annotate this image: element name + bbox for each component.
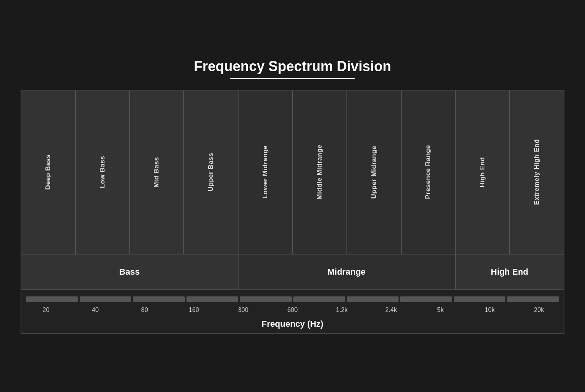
freq-label-20k: 20k (514, 307, 564, 314)
label-low-bass: Low Bass (99, 156, 106, 188)
freq-labels-row: 20 40 80 160 300 600 1.2k 2.4k 5k 10k 20… (21, 305, 564, 314)
ruler-bar-2 (80, 296, 132, 302)
ruler-bar-8 (400, 296, 452, 302)
freq-label-10k: 10k (465, 307, 514, 314)
page-title: Frequency Spectrum Division (194, 58, 391, 75)
ruler-bars-row (21, 296, 564, 302)
label-high-end: High End (479, 157, 486, 188)
freq-cell-high-end: High End (456, 91, 510, 254)
freq-label-40: 40 (71, 307, 120, 314)
freq-cell-upper-bass: Upper Bass (184, 91, 239, 254)
group-label-midrange: Midrange (239, 254, 456, 289)
freq-cell-presence-range: Presence Range (402, 91, 456, 254)
ruler-outer: 20 40 80 160 300 600 1.2k 2.4k 5k 10k 20… (21, 290, 564, 333)
chart-wrapper: Deep Bass Low Bass Mid Bass Upper Bass L… (21, 90, 564, 334)
freq-cell-low-bass: Low Bass (76, 91, 130, 254)
label-presence-range: Presence Range (424, 145, 432, 199)
label-extremely-high-end: Extremely High End (533, 139, 541, 205)
title-underline (230, 78, 355, 79)
label-upper-bass: Upper Bass (207, 153, 215, 191)
freq-label-160: 160 (169, 307, 219, 314)
ruler-bar-6 (293, 296, 345, 302)
freq-cell-upper-midrange: Upper Midrange (347, 91, 402, 254)
freq-label-600: 600 (268, 307, 317, 314)
freq-cell-extremely-high-end: Extremely High End (510, 91, 564, 254)
freq-label-1k2: 1.2k (317, 307, 366, 314)
label-lower-midrange: Lower Midrange (261, 145, 269, 199)
freq-label-300: 300 (219, 307, 268, 314)
label-deep-bass: Deep Bass (44, 154, 52, 190)
ruler-bar-4 (186, 296, 239, 302)
group-label-high-end: High End (456, 254, 564, 289)
main-container: Frequency Spectrum Division Deep Bass Lo… (21, 58, 564, 334)
freq-label-2k4: 2.4k (366, 307, 416, 314)
axis-label: Frequency (Hz) (21, 319, 564, 329)
freq-label-20: 20 (21, 307, 71, 314)
label-upper-midrange: Upper Midrange (370, 146, 378, 199)
top-section: Deep Bass Low Bass Mid Bass Upper Bass L… (21, 91, 564, 254)
freq-cell-middle-midrange: Middle Midrange (293, 91, 347, 254)
freq-label-5k: 5k (416, 307, 465, 314)
freq-cell-lower-midrange: Lower Midrange (239, 91, 293, 254)
ruler-bar-10 (507, 296, 559, 302)
freq-cell-deep-bass: Deep Bass (21, 91, 76, 254)
ruler-bar-9 (454, 296, 506, 302)
label-middle-midrange: Middle Midrange (316, 145, 324, 200)
freq-label-80: 80 (120, 307, 169, 314)
label-mid-bass: Mid Bass (153, 157, 160, 188)
ruler-bar-5 (240, 296, 292, 302)
freq-cell-mid-bass: Mid Bass (130, 91, 185, 254)
ruler-bar-7 (347, 296, 399, 302)
ruler-bar-3 (133, 296, 185, 302)
ruler-bar-1 (26, 296, 78, 302)
bottom-section: Bass Midrange High End (21, 254, 564, 290)
group-label-bass: Bass (21, 254, 239, 289)
